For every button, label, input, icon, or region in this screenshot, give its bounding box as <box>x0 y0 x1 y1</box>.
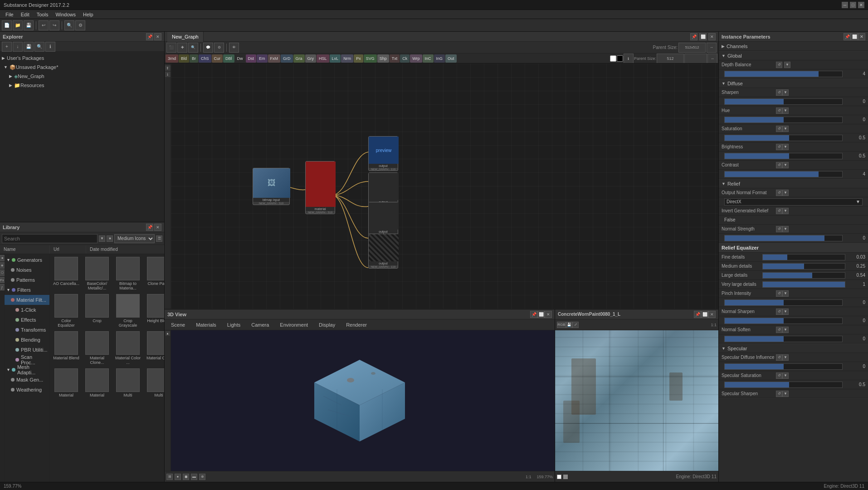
view3d-grid-button[interactable]: ⊞ <box>166 474 173 480</box>
list-item[interactable]: Color Equalizer <box>52 293 81 328</box>
node-btn-3rnd[interactable]: 3rnd <box>166 54 178 63</box>
node-btn-svg[interactable]: SVG <box>364 54 377 63</box>
node-btn-out[interactable]: Out <box>445 54 457 63</box>
param-slider[interactable] <box>724 318 843 324</box>
param-slider[interactable] <box>724 336 843 342</box>
param-slider[interactable] <box>724 153 843 159</box>
list-item[interactable]: Bitmap to Materia... <box>113 256 142 291</box>
tex-pin-button[interactable]: 📌 <box>694 311 701 318</box>
explorer-search-button[interactable]: 🔍 <box>34 42 44 52</box>
tex-fit-button[interactable]: ⤢ <box>572 322 579 328</box>
settings-button[interactable]: ⚙ <box>75 20 85 30</box>
lib-tree-weathering[interactable]: Weathering <box>5 385 49 395</box>
node-btn-wrp[interactable]: Wrp <box>410 54 422 63</box>
tex-color-button[interactable] <box>557 475 561 479</box>
node-btn-nrm[interactable]: Nrm <box>341 54 353 63</box>
list-item[interactable]: Material Color ... <box>113 330 142 366</box>
graph-node-output[interactable]: output NEW_GRAPH - 110 <box>368 202 398 237</box>
graph-resize-button[interactable]: ↔ <box>707 54 717 64</box>
param-options-button[interactable]: ▼ <box>782 89 789 96</box>
node-btn-fxm[interactable]: FxM <box>268 54 281 63</box>
view3d-renderer-menu[interactable]: Renderer <box>341 322 371 328</box>
lib-tree-maskgen[interactable]: Mask Gen... <box>5 375 49 385</box>
node-btn-white[interactable] <box>610 55 616 62</box>
param-options-button[interactable]: ▼ <box>782 290 789 297</box>
view3d-cube-button[interactable]: ◼ <box>183 474 189 480</box>
menu-help[interactable]: Help <box>79 10 97 19</box>
graph-node[interactable]: 🖼 bitmap input NEW_GRAPH - 510 <box>253 168 290 205</box>
graph-comment-button[interactable]: 💬 <box>203 43 213 53</box>
parent-size-value[interactable]: 512 <box>657 54 684 64</box>
param-slider[interactable] <box>724 117 843 123</box>
tree-resources[interactable]: ▶ 📁 Resources <box>0 81 164 90</box>
param-reset-button[interactable]: ↺ <box>776 62 782 68</box>
node-btn-dst[interactable]: Dst <box>246 54 257 63</box>
param-options-button[interactable]: ▼ <box>782 354 789 361</box>
node-btn-shp[interactable]: Shp <box>377 54 389 63</box>
param-slider[interactable] <box>724 235 843 241</box>
param-options-button[interactable]: ▼ <box>782 327 789 333</box>
zoom-in-button[interactable]: 🔍 <box>64 20 74 30</box>
node-btn-dbl[interactable]: DBl <box>223 54 234 63</box>
lib-tree-pbr[interactable]: PBR Utiliti... <box>5 345 49 355</box>
lib-tree-filters[interactable]: ▼ Filters <box>5 285 49 295</box>
node-btn-black[interactable] <box>617 55 623 62</box>
view3d-float-button[interactable]: ⬜ <box>537 311 545 318</box>
view3d-env-button[interactable]: ⊕ <box>199 474 205 480</box>
param-reset-button[interactable]: ↺ <box>776 126 782 132</box>
list-item[interactable]: Crop <box>83 293 112 328</box>
library-search-input[interactable] <box>2 234 98 243</box>
node-btn-inc[interactable]: InC <box>423 54 434 63</box>
param-reset-button[interactable]: ↺ <box>776 89 782 96</box>
view-mode-select[interactable]: Medium Icons Small Icons List <box>114 234 155 243</box>
graph-node[interactable]: material NEW_GRAPH - 510 <box>305 161 335 214</box>
save-button[interactable]: 💾 <box>24 20 34 30</box>
param-slider[interactable] <box>724 135 843 141</box>
param-reset-button[interactable]: ↺ <box>776 309 782 315</box>
normal-format-dropdown[interactable]: DirectX ▼ <box>724 198 863 206</box>
lib-tree-effects[interactable]: Effects <box>5 315 49 325</box>
node-btn-grb[interactable]: Gra <box>293 54 305 63</box>
explorer-pin-button[interactable]: 📌 <box>146 33 153 40</box>
view3d-close-button[interactable]: ✕ <box>545 311 552 318</box>
param-options-button[interactable]: ▼ <box>782 144 789 150</box>
channels-header[interactable]: ▶ Channels <box>719 42 868 51</box>
param-slider[interactable] <box>762 281 845 288</box>
library-pin-button[interactable]: 📌 <box>146 224 153 231</box>
node-btn-br[interactable]: Br <box>190 54 198 63</box>
param-reset-button[interactable]: ↺ <box>776 372 782 379</box>
menu-windows[interactable]: Windows <box>52 10 79 19</box>
list-item[interactable]: Multi <box>144 368 164 398</box>
lib-tree-blending[interactable]: Blending <box>5 335 49 345</box>
diffuse-header[interactable]: ▼ Diffuse <box>719 79 868 88</box>
list-item[interactable]: Material <box>52 368 81 398</box>
graph-left-btn-1[interactable]: ⬆ <box>165 65 171 71</box>
param-slider[interactable] <box>724 299 843 306</box>
graph-node-output[interactable]: output NEW_GRAPH - 110 <box>368 234 398 269</box>
param-reset-button[interactable]: ↺ <box>776 327 782 333</box>
library-close-button[interactable]: ✕ <box>154 224 161 231</box>
view3d-materials-menu[interactable]: Materials <box>191 322 221 328</box>
menu-file[interactable]: File <box>2 10 17 19</box>
list-item[interactable]: Height Blend <box>144 293 164 328</box>
node-btn-txt[interactable]: Txt <box>390 54 400 63</box>
list-item[interactable]: Crop Grayscale <box>113 293 142 328</box>
tex-rgb-button[interactable]: RGB <box>557 322 566 328</box>
param-slider[interactable] <box>724 363 843 370</box>
favorites-button[interactable]: ★ <box>107 235 113 242</box>
graph-canvas[interactable]: 🖼 bitmap input NEW_GRAPH - 510 material … <box>171 64 718 309</box>
node-btn-chs[interactable]: ChS <box>199 54 211 63</box>
lib-tree-noises[interactable]: Noises <box>5 265 49 275</box>
lib-tree-scan[interactable]: Scan Proc... <box>5 355 49 365</box>
graph-tab[interactable]: New_Graph <box>167 32 204 42</box>
explorer-add-button[interactable]: + <box>2 42 12 52</box>
param-options-button[interactable]: ▼ <box>782 190 789 196</box>
param-options-button[interactable]: ▼ <box>782 391 789 397</box>
param-slider[interactable] <box>762 272 845 279</box>
view3d-lights-menu[interactable]: Lights <box>223 322 245 328</box>
param-options-button[interactable]: ▼ <box>782 162 789 168</box>
explorer-info-button[interactable]: ℹ <box>45 42 55 52</box>
list-item[interactable]: Multi <box>113 368 142 398</box>
node-btn-ing[interactable]: InG <box>434 54 445 63</box>
param-reset-button[interactable]: ↺ <box>776 226 782 232</box>
